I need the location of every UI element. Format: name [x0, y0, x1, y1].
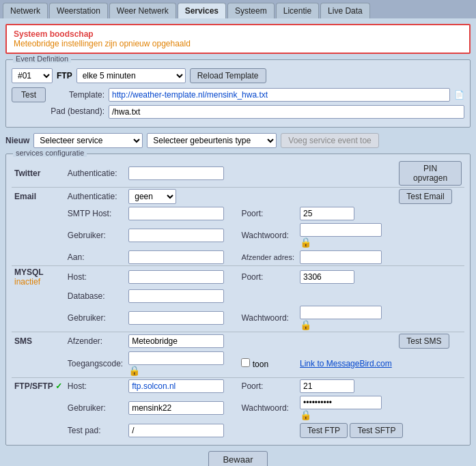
mysql-gebruiker-input[interactable] — [128, 311, 224, 325]
ftp-host-input[interactable] — [128, 379, 224, 393]
mysql-host-input[interactable] — [128, 270, 224, 284]
system-message-title: Systeem boodschap — [14, 29, 462, 39]
test-ftp-button[interactable]: Test FTP — [300, 423, 348, 438]
ftp-testpad-input[interactable] — [128, 424, 224, 437]
system-message-box: Systeem boodschap Meteobridge instelling… — [5, 24, 471, 54]
ftp-gebruiker-input[interactable] — [128, 401, 224, 415]
interval-select[interactable]: elke 5 minuten — [76, 68, 186, 83]
ftp-testpad-row: Test pad: Test FTP Test SFTP — [12, 422, 464, 439]
event-definition-section: Event Definition #01 FTP elke 5 minuten … — [5, 59, 471, 128]
email-smtp-input[interactable] — [128, 207, 224, 220]
email-wachtwoord-input[interactable] — [300, 223, 382, 237]
sms-name: SMS — [12, 332, 65, 351]
tab-netwerk[interactable]: Netwerk — [3, 3, 48, 18]
email-auth-select[interactable]: geen — [128, 189, 176, 204]
event-type-label: FTP — [57, 71, 72, 81]
email-test-button[interactable]: Test Email — [399, 189, 451, 204]
mysql-password-icon[interactable]: 🔒 — [300, 319, 311, 330]
tab-licentie[interactable]: Licentie — [276, 3, 319, 18]
template-row: Test Template: 📄 — [12, 87, 464, 102]
mysql-host-label: Host: — [65, 266, 126, 289]
mysql-poort-input[interactable] — [300, 270, 354, 284]
main-content: Systeem boodschap Meteobridge instelling… — [0, 18, 476, 466]
ftp-host-label: Host: — [65, 378, 126, 395]
sms-password-icon[interactable]: 🔒 — [128, 365, 140, 376]
services-section: services configuratie Twitter Authentica… — [5, 154, 471, 446]
email-poort-label: Poort: — [238, 205, 297, 222]
ftp-poort-label: Poort: — [238, 378, 297, 395]
sms-toon-checkbox-label: toon — [241, 360, 268, 369]
sms-row1: SMS Afzender: Test SMS — [12, 332, 464, 351]
email-auth-label: Authenticatie: — [65, 188, 126, 206]
email-aan-input[interactable] — [128, 250, 224, 264]
tab-weernetwerk[interactable]: Weer Netwerk — [109, 3, 176, 18]
ftp-poort-input[interactable] — [300, 379, 354, 393]
ftp-password-icon[interactable]: 🔒 — [300, 409, 311, 420]
email-smtp-row: SMTP Host: Poort: — [12, 205, 464, 222]
ftp-wachtwoord-input[interactable] — [300, 396, 382, 409]
twitter-row: Twitter Authenticatie: PIN opvragen — [12, 160, 464, 188]
template-label: Template: — [50, 90, 104, 100]
sms-toegangscode-row: Toegangscode: 🔒 toon Link to MessageBird… — [12, 350, 464, 378]
ftp-gebruiker-row: Gebruiker: Wachtwoord: 🔒 — [12, 394, 464, 422]
sms-toon-checkbox[interactable] — [241, 358, 250, 367]
event-number-select[interactable]: #01 — [12, 68, 53, 83]
email-afzender-input[interactable] — [300, 250, 382, 264]
event-row: #01 FTP elke 5 minuten Reload Template — [12, 68, 464, 83]
mysql-wachtwoord-input[interactable] — [300, 306, 382, 319]
sms-afzender-label: Afzender: — [65, 332, 126, 351]
ftp-wachtwoord-label: Wachtwoord: — [238, 394, 297, 422]
ftp-testpad-label: Test pad: — [65, 422, 126, 439]
new-label: Nieuw — [5, 136, 29, 145]
sms-toon-label: toon — [253, 360, 268, 369]
email-password-icon[interactable]: 🔒 — [300, 237, 311, 248]
save-row: Bewaar — [5, 451, 471, 466]
mysql-status: inactief — [14, 277, 62, 287]
mysql-database-label: Database: — [65, 288, 126, 304]
email-poort-input[interactable] — [300, 207, 354, 220]
email-gebruiker-label: Gebruiker: — [65, 222, 126, 249]
sms-test-button[interactable]: Test SMS — [399, 334, 449, 349]
sms-messagebird-link[interactable]: Link to MessageBird.com — [300, 359, 392, 368]
tab-weerstation[interactable]: Weerstation — [49, 3, 108, 18]
mysql-row1: MYSQL inactief Host: Poort: — [12, 266, 464, 289]
test-button[interactable]: Test — [12, 87, 46, 102]
select-service[interactable]: Selecteer service — [33, 133, 143, 148]
system-message-text: Meteobridge instellingen zijn opnieuw op… — [14, 39, 462, 48]
ftp-check-icon: ✓ — [55, 381, 62, 391]
tab-live-data[interactable]: Live Data — [320, 3, 370, 18]
tab-bar: Netwerk Weerstation Weer Netwerk Service… — [0, 0, 476, 18]
email-gebruiker-input[interactable] — [128, 229, 224, 242]
ftp-gebruiker-label: Gebruiker: — [65, 394, 126, 422]
new-service-row: Nieuw Selecteer service Selecteer gebeur… — [5, 133, 471, 148]
twitter-pin-button[interactable]: PIN opvragen — [399, 161, 462, 186]
email-afzender-label: Afzender adres: — [238, 249, 297, 266]
save-button[interactable]: Bewaar — [208, 451, 267, 466]
email-wachtwoord-label: Wachtwoord: — [238, 222, 297, 249]
sms-afzender-input[interactable] — [128, 334, 224, 348]
test-sftp-button[interactable]: Test SFTP — [350, 423, 403, 438]
services-title: services configuratie — [13, 149, 87, 157]
template-url-input[interactable] — [109, 88, 450, 102]
mysql-gebruiker-label: Gebruiker: — [65, 304, 126, 332]
ftp-row1: FTP/SFTP ✓ Host: Poort: — [12, 378, 464, 395]
email-row1: Email Authenticatie: geen Test Email — [12, 188, 464, 206]
mysql-wachtwoord-label: Wachtwoord: — [238, 304, 297, 332]
select-event-type[interactable]: Selecteer gebeurtenis type — [147, 133, 277, 148]
template-icon: 📄 — [454, 90, 464, 100]
tab-services[interactable]: Services — [178, 3, 226, 18]
email-aan-row: Aan: Afzender adres: — [12, 249, 464, 266]
pad-input[interactable] — [109, 105, 464, 119]
tab-systeem[interactable]: Systeem — [227, 3, 275, 18]
event-definition-title: Event Definition — [13, 55, 71, 63]
twitter-auth-input[interactable] — [128, 166, 224, 180]
sms-toegangscode-input[interactable] — [128, 351, 224, 365]
ftp-name: FTP/SFTP ✓ — [12, 378, 65, 395]
add-service-event-button: Voeg service event toe — [281, 133, 378, 148]
email-gebruiker-row: Gebruiker: Wachtwoord: 🔒 — [12, 222, 464, 249]
mysql-name: MYSQL — [14, 267, 62, 277]
reload-template-button[interactable]: Reload Template — [190, 68, 266, 83]
mysql-database-input[interactable] — [128, 289, 224, 303]
twitter-auth-label: Authenticatie: — [65, 160, 126, 188]
mysql-poort-label: Poort: — [238, 266, 297, 289]
